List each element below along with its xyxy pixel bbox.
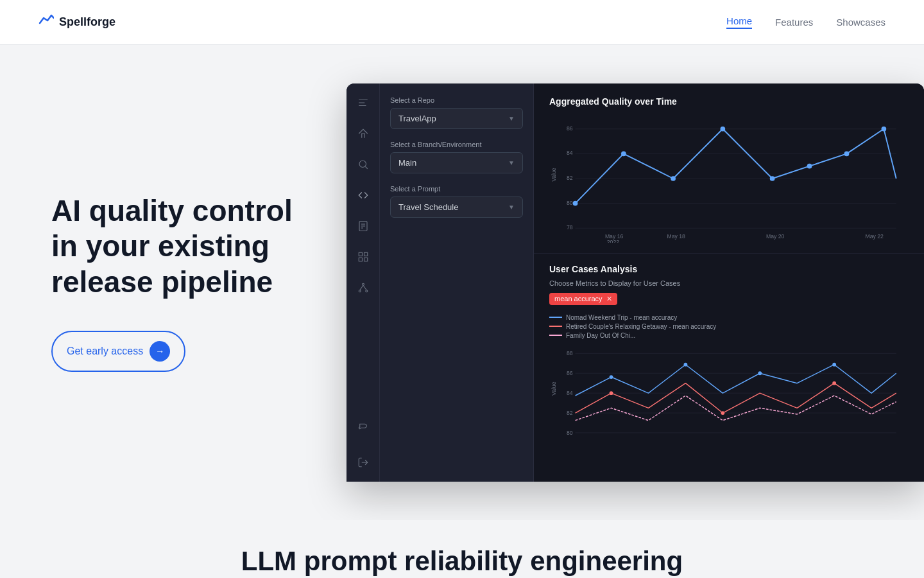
svg-point-60	[721, 411, 724, 415]
branch-chevron: ▼	[508, 159, 515, 166]
sidebar-home-icon[interactable]	[354, 125, 372, 143]
svg-text:82: 82	[567, 175, 573, 181]
metrics-tag[interactable]: mean accuracy ✕	[549, 293, 617, 305]
svg-rect-10	[364, 252, 367, 256]
sidebar-search-icon[interactable]	[354, 155, 372, 173]
sidebar-nodes-icon[interactable]	[354, 279, 372, 297]
svg-text:84: 84	[567, 150, 573, 156]
svg-text:May 16: May 16	[605, 233, 624, 240]
svg-point-33	[720, 127, 725, 132]
branch-label: Select a Branch/Environment	[390, 141, 523, 148]
metrics-label: Choose Metrics to Display for User Cases	[549, 279, 909, 287]
svg-point-36	[844, 152, 850, 157]
legend-dot-1	[549, 317, 562, 318]
repo-chevron: ▼	[508, 115, 515, 122]
bottom-section: LLM prompt reliability engineering	[0, 520, 924, 578]
svg-rect-11	[359, 258, 362, 261]
navbar: Spellforge Home Features Showcases	[0, 0, 924, 45]
legend-item-3: Family Day Out Of Chi...	[549, 332, 909, 339]
chart1-area: 86 84 82 80 78 Value	[549, 114, 909, 243]
svg-point-13	[362, 283, 364, 285]
app-right-panel: Aggregated Quality over Time 86 84 82 80…	[534, 83, 924, 482]
svg-text:82: 82	[567, 409, 573, 416]
svg-point-37	[882, 127, 887, 132]
sidebar-menu-icon[interactable]	[354, 94, 372, 112]
prompt-select[interactable]: Travel Schedule ▼	[390, 197, 523, 218]
svg-rect-9	[359, 252, 362, 256]
sidebar-exit-icon[interactable]	[354, 453, 372, 471]
svg-text:84: 84	[567, 390, 573, 396]
branch-value: Main	[398, 158, 416, 168]
app-sidebar	[346, 83, 380, 482]
svg-text:Value: Value	[551, 168, 557, 182]
legend-area: Nomad Weekend Trip - mean accuracy Retir…	[549, 314, 909, 339]
logo-icon	[38, 14, 54, 31]
svg-point-34	[770, 176, 775, 181]
svg-point-32	[671, 176, 676, 181]
legend-label-3: Family Day Out Of Chi...	[566, 332, 635, 339]
svg-line-17	[363, 285, 366, 290]
chart1-section: Aggregated Quality over Time 86 84 82 80…	[534, 83, 924, 254]
hero-section: AI quality control in your existing rele…	[0, 45, 924, 520]
bottom-title: LLM prompt reliability engineering	[0, 546, 924, 577]
nav-home[interactable]: Home	[726, 15, 752, 29]
prompt-chevron: ▼	[508, 204, 515, 211]
legend-label-2: Retired Couple's Relaxing Getaway - mean…	[566, 323, 716, 330]
svg-text:80: 80	[567, 429, 573, 435]
svg-point-56	[684, 362, 688, 366]
tag-label: mean accuracy	[554, 295, 603, 302]
chart2-area: 88 86 84 82 80 Value	[549, 344, 909, 447]
nav-features[interactable]: Features	[775, 17, 813, 28]
repo-select[interactable]: TravelApp ▼	[390, 108, 523, 129]
tag-remove[interactable]: ✕	[606, 295, 612, 303]
repo-label: Select a Repo	[390, 96, 523, 104]
svg-text:86: 86	[567, 370, 573, 376]
nav-links: Home Features Showcases	[726, 15, 886, 29]
svg-point-30	[573, 201, 578, 206]
svg-text:86: 86	[567, 125, 573, 132]
legend-dot-3	[549, 335, 562, 336]
svg-point-61	[832, 381, 836, 385]
app-screenshot: Select a Repo TravelApp ▼ Select a Branc…	[346, 83, 924, 482]
svg-point-31	[621, 152, 626, 157]
svg-rect-12	[364, 258, 367, 261]
svg-text:2022: 2022	[607, 239, 619, 243]
legend-label-1: Nomad Weekend Trip - mean accuracy	[566, 314, 677, 321]
svg-text:May 22: May 22	[865, 233, 884, 240]
legend-dot-2	[549, 326, 562, 327]
svg-text:May 18: May 18	[667, 233, 685, 240]
prompt-label: Select a Prompt	[390, 185, 523, 193]
sidebar-code-icon[interactable]	[354, 186, 372, 204]
svg-point-14	[359, 290, 361, 292]
svg-point-35	[807, 164, 812, 169]
repo-value: TravelApp	[398, 114, 436, 123]
app-window: Select a Repo TravelApp ▼ Select a Branc…	[346, 83, 924, 482]
sidebar-document-icon[interactable]	[354, 217, 372, 235]
sidebar-key-icon[interactable]	[354, 417, 372, 435]
arrow-icon: →	[150, 341, 170, 362]
svg-point-15	[365, 290, 367, 292]
svg-text:88: 88	[567, 350, 573, 356]
svg-point-57	[758, 371, 762, 375]
hero-title: AI quality control in your existing rele…	[51, 193, 321, 300]
branch-select[interactable]: Main ▼	[390, 152, 523, 173]
app-left-panel: Select a Repo TravelApp ▼ Select a Branc…	[380, 83, 534, 482]
svg-line-16	[359, 285, 363, 290]
svg-line-4	[365, 166, 367, 168]
chart1-title: Aggregated Quality over Time	[549, 96, 909, 107]
svg-text:Value: Value	[551, 381, 557, 396]
nav-showcases[interactable]: Showcases	[836, 17, 886, 28]
svg-text:78: 78	[567, 224, 573, 231]
sidebar-grid-icon[interactable]	[354, 248, 372, 266]
legend-item-1: Nomad Weekend Trip - mean accuracy	[549, 314, 909, 321]
hero-left: AI quality control in your existing rele…	[51, 193, 321, 372]
svg-point-55	[610, 375, 613, 379]
chart2-title: User Cases Analysis	[549, 264, 909, 274]
svg-point-58	[832, 362, 836, 366]
cta-label: Get early access	[67, 346, 143, 357]
chart2-section: User Cases Analysis Choose Metrics to Di…	[534, 254, 924, 457]
svg-text:May 20: May 20	[766, 233, 785, 240]
prompt-value: Travel Schedule	[398, 202, 458, 212]
cta-button[interactable]: Get early access →	[51, 331, 185, 372]
svg-point-3	[359, 161, 366, 168]
